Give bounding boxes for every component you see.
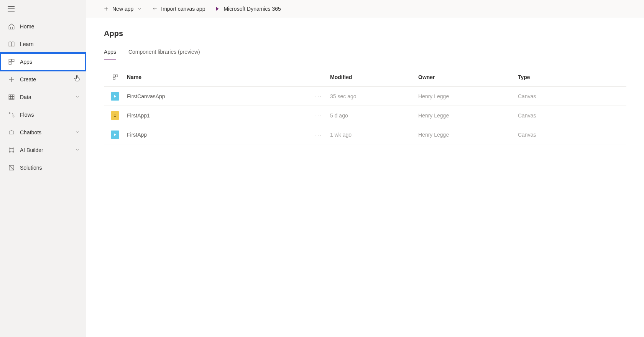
sidebar: Home Learn Apps Create Data [0,0,86,337]
tab-apps[interactable]: Apps [104,49,116,59]
sidebar-item-label: Create [20,76,36,83]
topbar-label: New app [112,6,133,12]
tab-component-libraries[interactable]: Component libraries (preview) [128,49,200,59]
aibuilder-icon [8,146,15,154]
app-name: FirstApp [127,132,307,138]
sidebar-item-label: Flows [20,112,34,118]
sidebar-item-label: AI Builder [20,147,43,153]
svg-rect-3 [9,95,14,99]
sidebar-item-home[interactable]: Home [0,18,86,35]
main: Apps Apps Component libraries (preview) … [86,18,644,337]
column-modified[interactable]: Modified [330,74,418,80]
tabs: Apps Component libraries (preview) [86,38,644,60]
app-type: Canvas [518,112,602,119]
book-icon [8,40,15,48]
sidebar-item-chatbots[interactable]: Chatbots [0,124,86,141]
dynamics-365-button[interactable]: Microsoft Dynamics 365 [214,6,281,12]
more-actions-button[interactable]: ··· [307,93,330,99]
dynamics-icon [214,6,220,12]
sidebar-item-label: Data [20,94,31,100]
table-row[interactable]: FirstCanvasApp ··· 35 sec ago Henry Legg… [104,87,626,106]
svg-point-15 [115,114,116,116]
app-type: Canvas [518,93,602,99]
chevron-down-icon [75,94,80,100]
topbar: New app Import canvas app Microsoft Dyna… [86,0,644,18]
sidebar-item-create[interactable]: Create [0,71,86,88]
plus-icon [103,6,109,12]
svg-point-5 [13,116,14,117]
sidebar-item-label: Chatbots [20,129,41,135]
canvas-app-icon [111,111,119,120]
sidebar-item-flows[interactable]: Flows [0,106,86,124]
import-canvas-app-button[interactable]: Import canvas app [152,6,205,12]
topbar-label: Microsoft Dynamics 365 [223,6,281,12]
app-name: FirstApp1 [127,112,307,119]
nav: Home Learn Apps Create Data [0,18,86,177]
column-type[interactable]: Type [518,74,602,80]
table-header: Name Modified Owner Type [104,68,626,87]
apps-icon [8,58,15,66]
svg-rect-14 [113,77,115,79]
svg-point-10 [13,151,14,152]
svg-rect-6 [9,131,14,134]
sidebar-item-label: Home [20,23,34,30]
table-row[interactable]: FirstApp1 ··· 5 d ago Henry Legge Canvas [104,106,626,125]
app-modified: 5 d ago [330,112,418,119]
svg-point-7 [9,148,10,149]
sidebar-item-aibuilder[interactable]: AI Builder [0,141,86,159]
column-owner[interactable]: Owner [418,74,518,80]
svg-rect-12 [113,75,115,77]
canvas-app-icon [111,92,119,101]
apps-table: Name Modified Owner Type FirstCanvasApp … [86,60,644,144]
data-icon [8,93,15,101]
page-title: Apps [86,18,644,38]
home-icon [8,23,15,30]
sidebar-item-solutions[interactable]: Solutions [0,159,86,177]
hamburger-icon [8,6,15,12]
app-owner: Henry Legge [418,112,518,119]
app-owner: Henry Legge [418,132,518,138]
column-name[interactable]: Name [127,74,307,80]
sidebar-item-data[interactable]: Data [0,88,86,106]
canvas-app-icon [111,131,119,139]
app-name: FirstCanvasApp [127,93,307,99]
more-actions-button[interactable]: ··· [307,132,330,138]
column-icon [104,74,127,80]
sidebar-item-label: Learn [20,41,34,47]
svg-point-4 [9,112,10,114]
svg-rect-13 [116,75,118,77]
flows-icon [8,111,15,119]
app-modified: 1 wk ago [330,132,418,138]
app-owner: Henry Legge [418,93,518,99]
svg-point-9 [9,151,10,152]
app-modified: 35 sec ago [330,93,418,99]
chevron-down-icon [136,6,143,12]
new-app-button[interactable]: New app [103,6,143,12]
plus-icon [8,76,15,83]
import-icon [152,6,158,12]
hamburger-menu[interactable] [0,0,86,18]
sidebar-item-label: Apps [20,59,32,65]
chevron-down-icon [75,147,80,153]
sidebar-item-learn[interactable]: Learn [0,35,86,53]
svg-point-8 [13,148,14,149]
svg-rect-1 [12,59,14,61]
sidebar-item-label: Solutions [20,165,42,171]
svg-rect-2 [9,62,11,64]
svg-rect-0 [9,59,11,61]
chevron-down-icon [75,129,80,135]
sidebar-item-apps[interactable]: Apps [0,53,86,71]
topbar-label: Import canvas app [161,6,205,12]
app-type: Canvas [518,132,602,138]
table-row[interactable]: FirstApp ··· 1 wk ago Henry Legge Canvas [104,125,626,144]
chatbot-icon [8,129,15,136]
solutions-icon [8,164,15,172]
more-actions-button[interactable]: ··· [307,112,330,119]
